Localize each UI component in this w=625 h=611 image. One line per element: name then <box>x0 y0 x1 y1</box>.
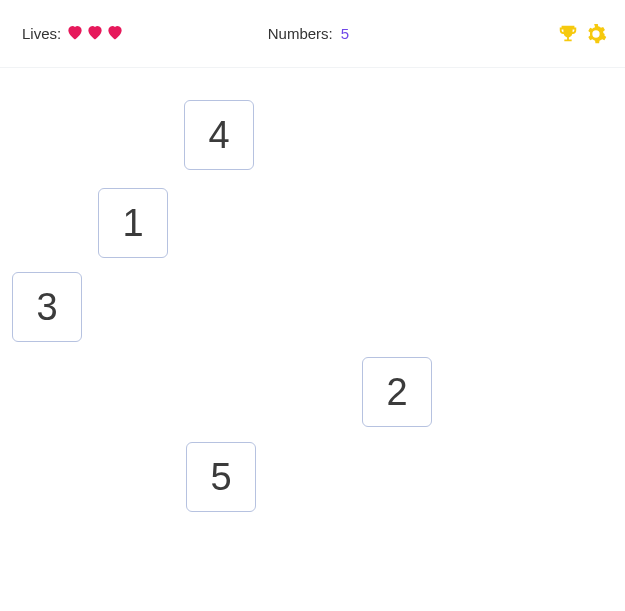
header-right-icons <box>557 23 607 45</box>
number-tile[interactable]: 1 <box>98 188 168 258</box>
lives-label: Lives: <box>22 25 61 42</box>
numbers-block: Numbers: 5 <box>268 25 349 42</box>
lives-block: Lives: <box>22 22 125 45</box>
header-bar: Lives: Numbers: 5 <box>0 0 625 68</box>
heart-icon <box>65 22 85 42</box>
number-tile[interactable]: 3 <box>12 272 82 342</box>
play-area: 41325 <box>0 80 625 610</box>
numbers-label: Numbers: <box>268 25 333 42</box>
numbers-value: 5 <box>341 25 349 42</box>
lives-hearts <box>65 22 125 45</box>
number-tile[interactable]: 4 <box>184 100 254 170</box>
heart-icon <box>105 22 125 42</box>
trophy-icon[interactable] <box>557 23 579 45</box>
number-tile[interactable]: 5 <box>186 442 256 512</box>
number-tile[interactable]: 2 <box>362 357 432 427</box>
heart-icon <box>85 22 105 42</box>
gear-icon[interactable] <box>585 23 607 45</box>
